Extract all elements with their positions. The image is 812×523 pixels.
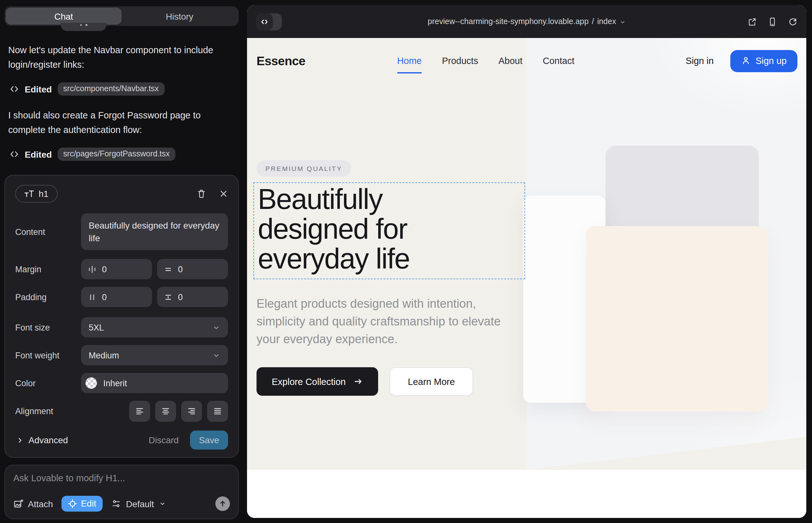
sliders-icon (111, 499, 121, 508)
advanced-label: Advanced (29, 435, 68, 445)
explore-collection-label: Explore Collection (272, 376, 346, 386)
tab-chat[interactable]: Chat (6, 7, 122, 25)
hero-cta-row: Explore Collection Learn More (257, 367, 473, 396)
code-icon (256, 13, 273, 30)
close-icon[interactable] (219, 189, 228, 198)
padding-x-input[interactable]: 0 (81, 287, 152, 307)
edit-action-label: Edited (25, 84, 52, 94)
margin-row: Margin 0 0 (15, 259, 228, 279)
element-tag-label: h1 (39, 189, 49, 199)
nav-link-home[interactable]: Home (397, 56, 422, 66)
chat-history-tabs: Chat History (4, 6, 239, 26)
padding-row: Padding 0 0 (15, 287, 228, 307)
file-edit-row: Edited src/pages/ForgotPassword.tsx (10, 147, 235, 161)
alignment-label: Alignment (15, 407, 76, 416)
hero-heading[interactable]: Beautifully designed for everyday life (258, 184, 476, 273)
sign-up-button[interactable]: Sign up (730, 50, 797, 72)
attach-image-icon (13, 499, 23, 509)
edited-file-chip[interactable]: src/pages/ForgotPassword.tsx (58, 147, 175, 161)
margin-y-input[interactable]: 0 (157, 259, 228, 279)
nav-link-products[interactable]: Products (442, 56, 478, 66)
browser-toolbar: preview--charming-site-symphony.lovable.… (247, 5, 806, 38)
code-icon (10, 84, 19, 94)
advanced-toggle[interactable]: Advanced (15, 435, 68, 445)
font-weight-select[interactable]: Medium (81, 345, 228, 365)
align-right-button[interactable] (181, 401, 202, 422)
page-name: index (597, 17, 616, 26)
attach-button[interactable]: Attach (13, 499, 53, 509)
arrow-right-icon (353, 377, 363, 386)
chevron-down-icon (159, 500, 166, 507)
font-size-row: Font size 5XL (15, 317, 228, 338)
chevron-down-icon (212, 323, 220, 331)
font-size-value: 5XL (89, 323, 104, 332)
mobile-preview-button[interactable] (768, 17, 777, 26)
nav-link-contact[interactable]: Contact (543, 56, 575, 66)
align-center-button[interactable] (155, 401, 176, 422)
discard-button[interactable]: Discard (148, 435, 179, 445)
delete-element-button[interactable] (196, 189, 207, 199)
composer-input[interactable]: Ask Lovable to modify H1... (13, 473, 230, 483)
preview-window: preview--charming-site-symphony.lovable.… (247, 5, 806, 518)
element-editor-panel: h1 Content Beautifully designed for ever… (4, 175, 239, 458)
code-view-toggle[interactable] (256, 13, 282, 30)
selected-element-pill[interactable]: h1 (15, 185, 57, 203)
hero-description: Elegant products designed with intention… (257, 295, 510, 348)
font-weight-row: Font weight Medium (15, 345, 228, 365)
selected-element-outline[interactable]: Beautifully designed for everyday life (253, 182, 525, 279)
align-left-button[interactable] (129, 401, 150, 422)
premium-quality-badge: PREMIUM QUALITY (257, 160, 351, 177)
edit-mode-button[interactable]: Edit (61, 496, 102, 511)
color-select[interactable]: Inherit (81, 373, 228, 393)
mode-select[interactable]: Default (111, 499, 166, 509)
chevron-down-icon (619, 19, 625, 25)
margin-y-value: 0 (178, 264, 183, 274)
chevron-down-icon (212, 351, 220, 359)
nav-link-about[interactable]: About (498, 56, 523, 66)
color-value: Inherit (103, 378, 127, 388)
margin-y-icon (164, 265, 172, 273)
chevron-right-icon (16, 437, 23, 444)
explore-collection-button[interactable]: Explore Collection (257, 367, 378, 396)
target-icon (68, 499, 77, 508)
send-button[interactable] (215, 497, 230, 511)
nav-links: Home Products About Contact (397, 56, 575, 66)
chat-message: I should also create a Forgot Password p… (8, 108, 229, 138)
margin-label: Margin (15, 264, 76, 274)
type-icon (24, 189, 34, 198)
padding-x-icon (88, 293, 96, 301)
mode-label: Default (126, 499, 154, 509)
padding-x-value: 0 (102, 292, 107, 302)
font-size-select[interactable]: 5XL (81, 317, 228, 338)
margin-x-input[interactable]: 0 (81, 259, 152, 279)
content-input[interactable]: Beautifully designed for everyday life (81, 213, 228, 250)
edit-action-label: Edited (25, 149, 52, 159)
site-logo[interactable]: Essence (257, 54, 305, 68)
chat-composer: Ask Lovable to modify H1... Attach Edit … (4, 465, 239, 519)
font-weight-label: Font weight (15, 350, 76, 360)
learn-more-button[interactable]: Learn More (390, 367, 473, 396)
save-button[interactable]: Save (190, 431, 228, 450)
code-icon (10, 149, 19, 159)
site-viewport: Essence Home Products About Contact Sign… (247, 38, 806, 518)
url-bar: preview--charming-site-symphony.lovable.… (247, 17, 806, 26)
padding-y-input[interactable]: 0 (157, 287, 228, 307)
margin-x-value: 0 (102, 264, 107, 274)
open-external-button[interactable] (747, 17, 757, 26)
tab-history[interactable]: History (122, 7, 237, 25)
editor-header: h1 (15, 184, 228, 203)
hero-section: Essence Home Products About Contact Sign… (247, 38, 806, 470)
refresh-button[interactable] (788, 17, 797, 26)
preview-domain: preview--charming-site-symphony.lovable.… (428, 17, 589, 26)
align-justify-button[interactable] (207, 401, 228, 422)
site-navbar: Essence Home Products About Contact Sign… (247, 38, 806, 84)
edit-label: Edit (81, 498, 96, 508)
sign-in-link[interactable]: Sign in (686, 56, 714, 66)
padding-y-icon (164, 293, 172, 301)
margin-x-icon (88, 265, 96, 273)
edited-file-chip[interactable]: src/components/Navbar.tsx (58, 82, 165, 96)
decorative-card-cream (586, 226, 768, 412)
chat-messages: Now let's update the Navbar component to… (8, 43, 235, 174)
app: Chat History Now let's update the Navbar… (0, 0, 812, 523)
path-separator: / (592, 17, 594, 26)
